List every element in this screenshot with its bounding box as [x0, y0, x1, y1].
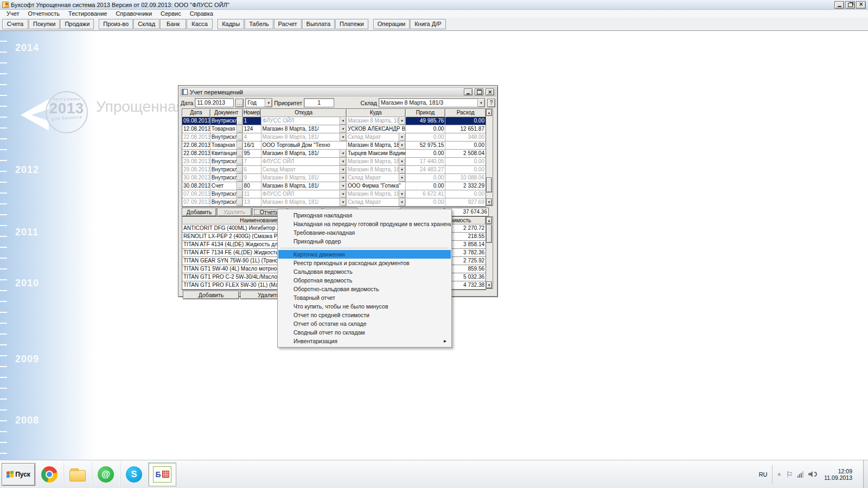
- table-row[interactable]: 09.08.2013 Внутрискла 1 ФЛУСС ОЙЛ Магази…: [182, 117, 486, 125]
- cell-from-combobox[interactable]: ФЛУСС ОЙЛ: [261, 117, 347, 125]
- clock[interactable]: 12:09 11.09.2013: [822, 468, 858, 481]
- toolbar-button[interactable]: Книга Д/Р: [410, 19, 445, 29]
- context-menu-item[interactable]: [278, 246, 451, 250]
- cell-from-combobox[interactable]: Магазин 8 Марта, 181/: [261, 198, 347, 207]
- table-row[interactable]: 30.08.2013 Счет 80 Магазин 8 Марта, 181/…: [182, 182, 486, 190]
- column-header[interactable]: Документ: [210, 109, 243, 117]
- toolbar-button[interactable]: Произ-во: [99, 19, 133, 29]
- sklad-combobox[interactable]: Магазин 8 Марта, 181/3: [379, 98, 485, 107]
- context-menu-item[interactable]: Требование-накладная: [278, 228, 451, 237]
- dropdown-arrow-icon[interactable]: [340, 198, 346, 206]
- toolbar-button[interactable]: Кадры: [218, 19, 244, 29]
- toolbar-button[interactable]: Расчет: [274, 19, 302, 29]
- language-indicator[interactable]: RU: [755, 471, 772, 478]
- column-header[interactable]: Дата: [182, 109, 210, 117]
- item-action-button[interactable]: Добавить: [183, 291, 239, 299]
- toolbar-button[interactable]: Банк: [160, 19, 186, 29]
- window-close-button[interactable]: [486, 88, 494, 95]
- context-menu-item[interactable]: Отчет об остатке на складе: [278, 319, 451, 328]
- ellipsis-button[interactable]: [237, 198, 242, 206]
- cell-from-combobox[interactable]: ФЛУСС ОЙЛ: [261, 158, 347, 166]
- ellipsis-button[interactable]: [237, 158, 242, 165]
- dropdown-arrow-icon[interactable]: [399, 133, 405, 141]
- scroll-up-button[interactable]: [486, 217, 492, 224]
- toolbar-button[interactable]: Платежи: [335, 19, 368, 29]
- dropdown-arrow-icon[interactable]: [265, 99, 272, 107]
- toolbar-button[interactable]: Выплата: [302, 19, 335, 29]
- show-desktop-button[interactable]: [863, 460, 868, 488]
- cell-to-combobox[interactable]: Склад Марат: [347, 133, 406, 142]
- table-row[interactable]: 29.08.2013 Внутрискла 7 ФЛУСС ОЙЛ Магази…: [182, 158, 486, 166]
- context-menu-item[interactable]: Приходный ордер: [278, 237, 451, 246]
- dropdown-arrow-icon[interactable]: [340, 158, 346, 165]
- cell-from-combobox[interactable]: Магазин 8 Марта, 181/: [261, 133, 347, 142]
- scroll-down-button[interactable]: [486, 198, 492, 206]
- ellipsis-button[interactable]: [237, 182, 242, 190]
- taskbar-item-mailru-agent[interactable]: [92, 463, 120, 486]
- toolbar-button[interactable]: Покупки: [29, 19, 60, 29]
- cell-from-combobox[interactable]: Магазин 8 Марта, 181/: [261, 182, 347, 190]
- menubar-item[interactable]: Сервис: [156, 10, 186, 18]
- dropdown-arrow-icon[interactable]: [340, 150, 346, 157]
- table-row[interactable]: 30.08.2013 Внутрискла 9 Магазин 8 Марта,…: [182, 174, 486, 182]
- scroll-down-button[interactable]: [486, 281, 492, 288]
- cell-to-combobox[interactable]: Магазин 8 Марта, 181/: [347, 166, 406, 174]
- taskbar-item-chrome[interactable]: [35, 463, 63, 486]
- start-button[interactable]: Пуск: [2, 463, 35, 486]
- cell-from-combobox[interactable]: Магазин 8 Марта, 181/: [261, 150, 347, 158]
- table-row[interactable]: 22.08.2013 Внутрискла 4 Магазин 8 Марта,…: [182, 133, 486, 142]
- toolbar-button[interactable]: Счета: [2, 19, 28, 29]
- context-menu-item[interactable]: Отчет по средней стоимости: [278, 311, 451, 319]
- context-menu-item[interactable]: Реестр приходных и расходных документов: [278, 259, 451, 267]
- dropdown-arrow-icon[interactable]: [340, 133, 346, 141]
- priority-input[interactable]: 1: [304, 98, 334, 107]
- menubar-item[interactable]: Учет: [2, 10, 24, 18]
- dropdown-arrow-icon[interactable]: [399, 117, 405, 125]
- app-restore-button[interactable]: [845, 1, 855, 9]
- cell-to-combobox[interactable]: Магазин 8 Марта, 181/: [347, 190, 406, 198]
- app-minimize-button[interactable]: [834, 1, 844, 9]
- context-menu-item[interactable]: Накладная на передачу готовой продукции …: [278, 220, 451, 228]
- cell-to-combobox[interactable]: Тырцев Максим Вадимови: [347, 150, 406, 158]
- scroll-up-button[interactable]: [486, 109, 492, 116]
- cell-to-combobox[interactable]: Магазин 8 Марта, 181/: [347, 142, 406, 150]
- cell-to-combobox[interactable]: УСКОВ АЛЕКСАНДР ВЛАД: [347, 125, 406, 133]
- taskbar-item-skype[interactable]: [120, 463, 148, 486]
- dropdown-arrow-icon[interactable]: [340, 117, 346, 125]
- ellipsis-button[interactable]: [237, 142, 242, 149]
- context-menu-item[interactable]: Сводный отчет по складам: [278, 328, 451, 337]
- year-combobox[interactable]: Год: [245, 98, 272, 107]
- table-row[interactable]: 29.08.2013 Внутрискла 6 Склад Марат Мага…: [182, 166, 486, 174]
- dropdown-arrow-icon[interactable]: [340, 125, 346, 133]
- menubar-item[interactable]: Справочники: [111, 10, 156, 18]
- ellipsis-button[interactable]: [237, 117, 242, 125]
- context-menu-item[interactable]: Товарный отчет: [278, 293, 451, 302]
- action-button[interactable]: Добавить: [182, 208, 216, 216]
- dropdown-arrow-icon[interactable]: [399, 166, 405, 174]
- taskbar-item-file-explorer[interactable]: [63, 463, 92, 486]
- context-menu-item[interactable]: Приходная накладная: [278, 211, 451, 220]
- cell-to-combobox[interactable]: Магазин 8 Марта, 181/: [347, 158, 406, 166]
- context-menu-item[interactable]: Инвентаризация: [278, 337, 451, 345]
- cell-to-combobox[interactable]: ООО Фирма "Готика": [347, 182, 406, 190]
- toolbar-button[interactable]: Продажи: [60, 19, 94, 29]
- window-maximize-button[interactable]: [475, 88, 483, 95]
- app-close-button[interactable]: [856, 1, 866, 9]
- toolbar-button[interactable]: Касса: [187, 19, 213, 29]
- dropdown-arrow-icon[interactable]: [399, 174, 405, 182]
- cell-from-combobox[interactable]: ООО Торговый Дом "Техно: [261, 142, 347, 150]
- context-menu-item[interactable]: Оборотная ведомость: [278, 276, 451, 285]
- context-menu-item[interactable]: Карточка движения: [278, 250, 451, 259]
- menubar-item[interactable]: Справка: [186, 10, 218, 18]
- dropdown-arrow-icon[interactable]: [399, 198, 405, 206]
- context-menu-item[interactable]: Оборотно-сальдовая ведомость: [278, 285, 451, 293]
- ellipsis-button[interactable]: [237, 150, 242, 157]
- cell-from-combobox[interactable]: Магазин 8 Марта, 181/: [261, 125, 347, 133]
- table-row[interactable]: 07.09.2013 Внутрискла 11 ФЛУСС ОЙЛ Магаз…: [182, 190, 486, 198]
- menubar-item[interactable]: Отчетность: [24, 10, 65, 18]
- dropdown-arrow-icon[interactable]: [399, 158, 405, 165]
- ellipsis-button[interactable]: [237, 133, 242, 141]
- ellipsis-button[interactable]: [237, 174, 242, 182]
- action-button[interactable]: Удалить: [217, 208, 252, 216]
- dropdown-arrow-icon[interactable]: [340, 182, 346, 190]
